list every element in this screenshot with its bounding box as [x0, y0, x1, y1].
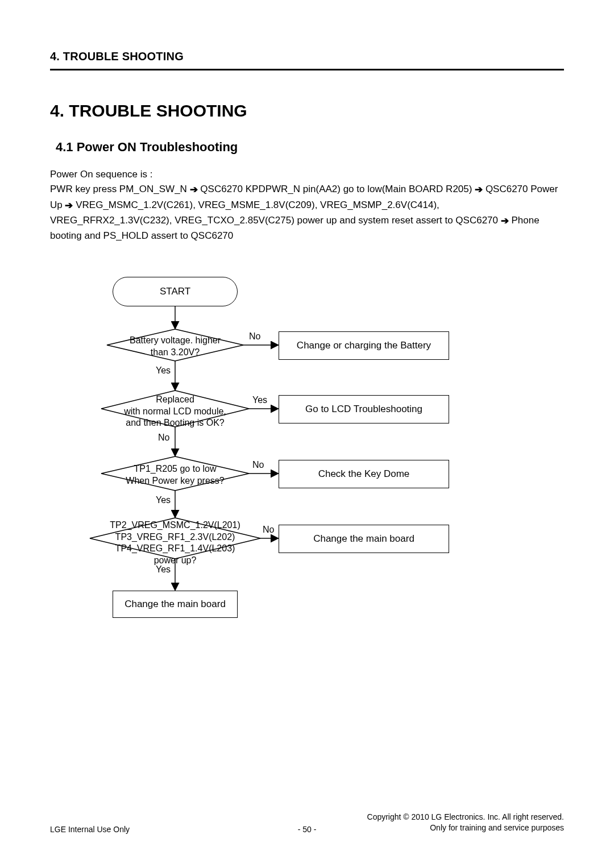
arrow-right-icon: ➔	[190, 182, 198, 197]
decision-line: TP1_R205 go to low	[101, 463, 249, 475]
footer-page-number: - 50 -	[50, 825, 564, 834]
edge-yes: Yes	[156, 366, 171, 376]
edge-yes: Yes	[156, 564, 171, 575]
edge-yes: Yes	[156, 495, 171, 505]
flow-decision-lcd: Replaced with normal LCD module, and the…	[101, 394, 249, 429]
flow-action-check-key-dome: Check the Key Dome	[279, 460, 449, 488]
flow-decision-vreg: TP2_VREG_MSMC_1.2V(L201) TP3_VREG_RF1_2.…	[101, 520, 249, 567]
footer-copyright: Copyright © 2010 LG Electronics. Inc. Al…	[367, 812, 564, 823]
seq-part: PWR key press PM_ON_SW_N	[50, 184, 190, 194]
section-title: 4. TROUBLE SHOOTING	[50, 101, 564, 121]
seq-part: QSC6270 KPDPWR_N pin(AA2) go to low(Main…	[200, 184, 475, 194]
arrow-right-icon: ➔	[501, 214, 509, 229]
flowchart: START Battery voltage. higher than 3.20V…	[50, 272, 564, 636]
edge-no: No	[158, 433, 169, 443]
decision-line: TP2_VREG_MSMC_1.2V(L201)	[101, 520, 249, 531]
decision-line: power up?	[101, 555, 249, 567]
decision-line: Replaced	[101, 394, 249, 406]
flow-decision-tp1: TP1_R205 go to low When Power key press?	[101, 463, 249, 487]
flow-action-charge-battery: Change or charging the Battery	[279, 331, 449, 360]
decision-line: TP4_VREG_RF1_1.4V(L203)	[101, 543, 249, 555]
intro-line: Power On sequence is :	[50, 167, 564, 182]
decision-line: and then Booting is OK?	[101, 417, 249, 429]
page-footer: LGE Internal Use Only - 50 - Copyright ©…	[50, 812, 564, 834]
decision-line: When Power key press?	[101, 475, 249, 487]
body-text: Power On sequence is : PWR key press PM_…	[50, 167, 564, 244]
arrow-right-icon: ➔	[65, 198, 73, 213]
flow-action-lcd-troubleshoot: Go to LCD Troubleshooting	[279, 395, 449, 423]
seq-part: VREG_MSMC_1.2V(C261), VREG_MSME_1.8V(C20…	[50, 200, 501, 226]
decision-line: than 3.20V?	[101, 347, 249, 359]
sequence-line: PWR key press PM_ON_SW_N ➔ QSC6270 KPDPW…	[50, 182, 564, 243]
edge-no: No	[252, 460, 264, 470]
decision-line: TP3_VREG_RF1_2.3V(L202)	[101, 531, 249, 543]
flowchart-svg	[50, 272, 562, 636]
decision-line: Battery voltage. higher	[101, 335, 249, 347]
subsection-title: 4.1 Power ON Troubleshooting	[56, 140, 564, 155]
edge-no: No	[263, 525, 274, 535]
flow-terminal-change-main-board: Change the main board	[113, 591, 238, 618]
flow-action-change-main-board: Change the main board	[279, 525, 449, 553]
page: 4. TROUBLE SHOOTING 4. TROUBLE SHOOTING …	[0, 0, 614, 868]
header-rule	[50, 69, 564, 70]
flow-decision-battery: Battery voltage. higher than 3.20V?	[101, 335, 249, 359]
arrow-right-icon: ➔	[475, 182, 483, 197]
edge-yes: Yes	[252, 395, 267, 405]
flow-start: START	[113, 277, 238, 306]
edge-no: No	[249, 331, 260, 342]
running-header: 4. TROUBLE SHOOTING	[50, 50, 564, 63]
decision-line: with normal LCD module,	[101, 406, 249, 418]
